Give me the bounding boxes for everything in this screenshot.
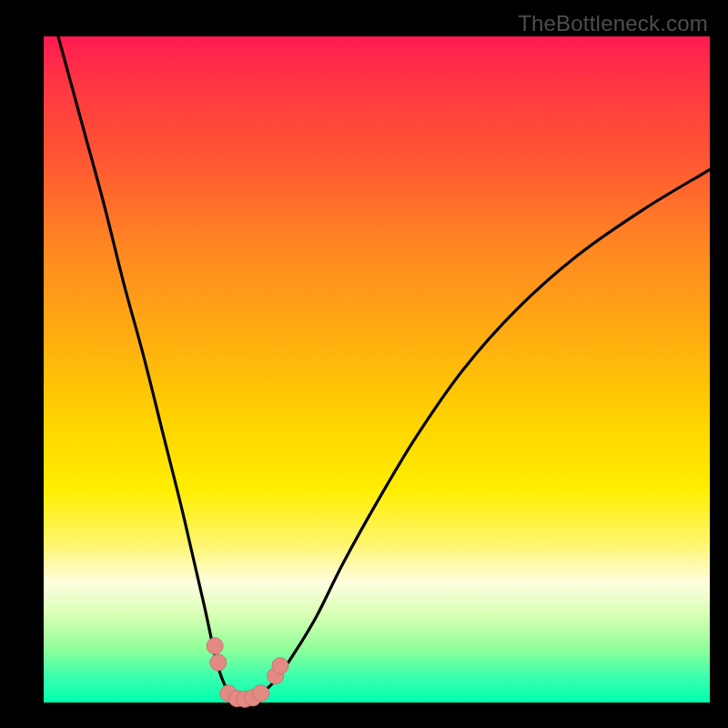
curve-layer (44, 0, 710, 700)
chart-frame: TheBottleneck.com (0, 0, 728, 728)
data-marker (272, 658, 288, 674)
plot-area (44, 36, 710, 703)
data-marker (253, 685, 269, 702)
data-marker (207, 638, 223, 654)
bottleneck-curve (44, 0, 710, 700)
bottleneck-curve-chart (44, 36, 710, 703)
watermark-text: TheBottleneck.com (518, 11, 708, 36)
data-marker (210, 654, 227, 671)
